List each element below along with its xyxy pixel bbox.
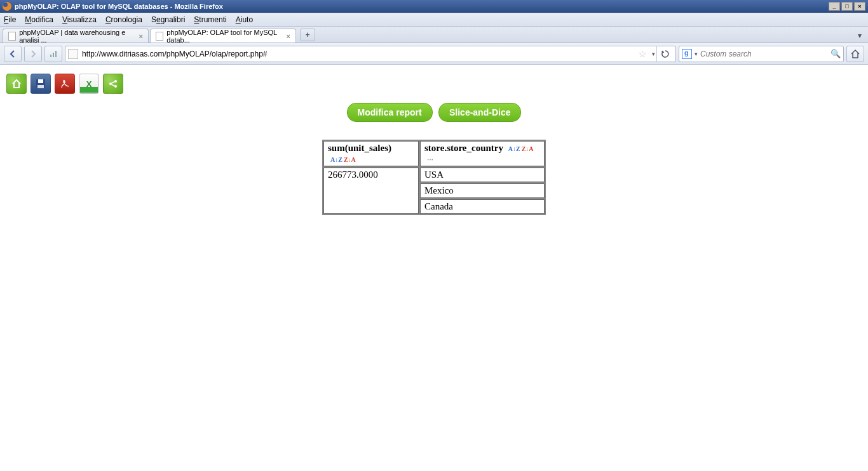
modify-report-button[interactable]: Modifica report	[347, 103, 433, 122]
url-bar[interactable]: ☆ ▾	[65, 46, 676, 62]
measure-header-label: sum(unit_sales)	[328, 143, 391, 153]
menubar: File Modifica Visualizza Cronologia Segn…	[0, 13, 868, 27]
search-bar[interactable]: ▾ 🔍	[679, 46, 844, 62]
menu-aiuto[interactable]: Aiuto	[236, 15, 253, 24]
dimension-value-cell: USA	[420, 168, 545, 182]
bookmark-star-icon[interactable]: ☆	[639, 49, 647, 59]
search-input[interactable]	[700, 50, 831, 58]
search-submit-icon[interactable]: 🔍	[831, 49, 841, 58]
detail-icon[interactable]: ⋯	[427, 156, 434, 163]
sort-desc-icon[interactable]: Z↓A	[344, 157, 356, 163]
home-button[interactable]	[846, 46, 864, 62]
svg-rect-5	[37, 85, 44, 88]
measure-header-cell: sum(unit_sales) A↓Z Z↓A	[323, 141, 419, 166]
tab-close-icon[interactable]: ×	[139, 32, 143, 40]
svg-point-8	[114, 85, 117, 88]
sort-desc-icon[interactable]: Z↓A	[522, 146, 534, 152]
menu-visualizza[interactable]: Visualizza	[62, 15, 97, 24]
url-input[interactable]	[82, 50, 635, 58]
dimension-header-label: store.store_country	[424, 143, 503, 153]
site-identity-icon[interactable]	[68, 49, 78, 59]
sort-asc-icon[interactable]: A↓Z	[508, 146, 520, 152]
page-icon	[156, 32, 163, 41]
tab-close-icon[interactable]: ×	[287, 32, 290, 40]
table-row: 266773.0000 USA	[323, 168, 545, 182]
menu-file[interactable]: File	[4, 15, 16, 24]
activity-button[interactable]	[44, 46, 62, 62]
navigation-bar: ☆ ▾ ▾ 🔍	[0, 43, 868, 65]
app-home-button[interactable]	[6, 74, 27, 94]
tab-label: phpMyOLAP: OLAP tool for MySQL datab...	[166, 29, 281, 44]
menu-segnalibri[interactable]: Segnalibri	[151, 15, 185, 24]
svg-point-7	[114, 80, 117, 83]
forward-button[interactable]	[24, 46, 42, 62]
dimension-header-cell: store.store_country A↓Z Z↓A ⋯	[420, 141, 545, 166]
share-button[interactable]	[103, 74, 123, 94]
back-button[interactable]	[4, 46, 22, 62]
save-button[interactable]	[31, 74, 51, 94]
menu-modifica[interactable]: Modifica	[25, 15, 53, 24]
sort-asc-icon[interactable]: A↓Z	[330, 157, 342, 163]
page-content: X Modifica report Slice-and-Dice sum(uni…	[0, 65, 868, 222]
menu-strumenti[interactable]: Strumenti	[194, 15, 226, 24]
search-engine-dropdown-icon[interactable]: ▾	[695, 51, 698, 57]
svg-rect-4	[38, 79, 43, 83]
maximize-button[interactable]: □	[841, 2, 853, 11]
olap-report-table: sum(unit_sales) A↓Z Z↓A store.store_coun…	[322, 140, 546, 215]
tab-overflow-button[interactable]: ▾	[854, 30, 865, 41]
svg-rect-2	[55, 51, 57, 57]
window-title: phpMyOLAP: OLAP tool for MySQL databases…	[15, 3, 223, 10]
dimension-value-cell: Canada	[420, 199, 545, 214]
svg-rect-0	[50, 55, 51, 57]
export-excel-button[interactable]: X	[79, 74, 99, 94]
svg-rect-1	[53, 53, 54, 57]
menu-cronologia[interactable]: Cronologia	[105, 15, 142, 24]
slice-and-dice-button[interactable]: Slice-and-Dice	[438, 103, 521, 122]
dimension-value-cell: Mexico	[420, 183, 545, 198]
tab-label: phpMyOLAP | data warehousing e analisi .…	[19, 29, 133, 44]
google-search-icon[interactable]	[682, 49, 692, 59]
url-dropdown-icon[interactable]: ▾	[652, 51, 655, 57]
excel-bar	[80, 87, 98, 93]
window-titlebar: phpMyOLAP: OLAP tool for MySQL databases…	[0, 0, 868, 13]
tab-1[interactable]: phpMyOLAP: OLAP tool for MySQL datab... …	[150, 29, 296, 43]
minimize-button[interactable]: _	[829, 2, 840, 11]
new-tab-button[interactable]: +	[300, 29, 315, 41]
page-icon	[8, 32, 16, 41]
action-row: Modifica report Slice-and-Dice	[6, 103, 862, 122]
app-toolbar: X	[6, 71, 862, 103]
reload-button[interactable]	[656, 46, 673, 62]
tab-strip: phpMyOLAP | data warehousing e analisi .…	[0, 27, 868, 43]
close-window-button[interactable]: ×	[854, 2, 865, 11]
measure-value-cell: 266773.0000	[323, 168, 419, 214]
firefox-icon	[3, 2, 11, 11]
tab-0[interactable]: phpMyOLAP | data warehousing e analisi .…	[3, 29, 149, 43]
export-pdf-button[interactable]	[55, 74, 75, 94]
